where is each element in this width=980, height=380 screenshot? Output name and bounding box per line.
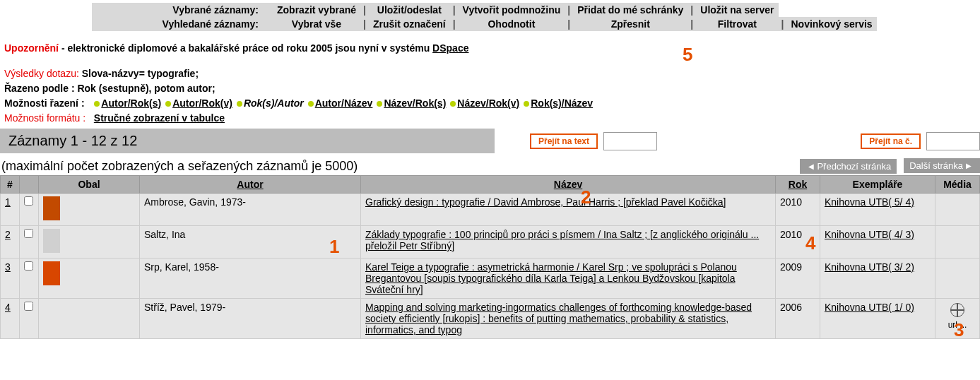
year-cell: 2009 [776, 259, 820, 299]
col-cover: Obal [39, 176, 140, 194]
row-checkbox[interactable] [24, 196, 33, 206]
holdings-link[interactable]: Knihovna UTB( 1/ 0) [825, 302, 914, 313]
results-table: # Obal Autor Název Rok Exempláře Média 1… [0, 175, 980, 339]
globe-icon[interactable] [950, 303, 964, 317]
title-link[interactable]: Základy typografie : 100 principů pro pr… [365, 229, 759, 251]
toolbar-button[interactable]: Novinkový servis [786, 17, 876, 31]
row-checkbox[interactable] [24, 302, 33, 311]
sort-option[interactable]: Název/Rok(v) [457, 97, 519, 109]
year-cell: 2006 [776, 299, 820, 339]
bullet-icon [94, 101, 100, 107]
title-link[interactable]: Karel Teige a typografie : asymetrická h… [365, 261, 737, 295]
toolbar-head: Vybrané záznamy: [92, 3, 273, 17]
toolbar-button[interactable]: Filtrovat [696, 17, 778, 31]
warning-label: Upozornění [4, 42, 59, 54]
sort-option[interactable]: Autor/Rok(v) [172, 97, 232, 109]
toolbar-button[interactable]: Uložit na server [696, 3, 778, 17]
row-index[interactable]: 4 [1, 299, 20, 339]
col-year[interactable]: Rok [776, 176, 820, 194]
table-row: 2Saltz, InaZáklady typografie : 100 prin… [1, 226, 980, 259]
max-records-note: (maximální počet zobrazených a seřazenýc… [1, 159, 358, 174]
bullet-icon [237, 101, 242, 107]
formatopts-label: Možnosti formátu : [4, 112, 85, 124]
col-title[interactable]: Název [361, 176, 776, 194]
cover-thumbnail[interactable] [43, 229, 60, 253]
cover-thumbnail[interactable] [43, 196, 60, 220]
row-index[interactable]: 2 [1, 226, 20, 259]
separator: | [687, 17, 696, 31]
toolbar-button[interactable]: Přidat do mé schránky [573, 3, 687, 17]
sort-option: Rok(s)/Autor [244, 97, 304, 109]
results-label: Výsledky dotazu: [4, 68, 79, 79]
sorted-label: Řazeno podle : [4, 83, 75, 94]
jump-to-text-input[interactable] [603, 132, 657, 150]
prev-page-button[interactable]: ◀Předchozí stránka [800, 159, 897, 174]
sort-option[interactable]: Název/Rok(s) [384, 97, 446, 109]
holdings-link[interactable]: Knihovna UTB( 4/ 3) [825, 229, 914, 240]
year-cell: 2010 [776, 194, 820, 226]
row-checkbox[interactable] [24, 261, 33, 271]
row-index[interactable]: 3 [1, 259, 20, 299]
records-count: Záznamy 1 - 12 z 12 [0, 129, 495, 153]
author-cell: Saltz, Ina [140, 226, 361, 259]
toolbar-head: Vyhledané záznamy: [92, 17, 273, 31]
author-cell: Ambrose, Gavin, 1973- [140, 194, 361, 226]
bullet-icon [165, 101, 171, 107]
chevron-left-icon: ◀ [808, 162, 814, 170]
holdings-link[interactable]: Knihovna UTB( 5/ 4) [825, 196, 914, 208]
title-link[interactable]: Mapping and solving marketing-ingormatic… [365, 302, 752, 336]
toolbar-button[interactable]: Vybrat vše [273, 17, 360, 31]
bullet-icon [377, 101, 382, 107]
query-info: Výsledky dotazu: Slova-názvy= typografie… [4, 66, 980, 126]
col-index: # [1, 176, 20, 194]
separator: | [360, 3, 369, 17]
dspace-link[interactable]: DSpace [432, 42, 468, 54]
separator: | [779, 17, 787, 31]
media-label[interactable]: url ... [948, 320, 967, 330]
bullet-icon [524, 101, 529, 107]
bullet-icon [450, 101, 456, 107]
chevron-right-icon: ▶ [966, 162, 972, 170]
year-cell: 2010 [776, 226, 820, 259]
author-cell: Srp, Karel, 1958- [140, 259, 361, 299]
separator: | [565, 17, 573, 31]
toolbar-button[interactable]: Zrušit označení [369, 17, 450, 31]
col-holdings: Exempláře [820, 176, 935, 194]
holdings-link[interactable]: Knihovna UTB( 3/ 2) [825, 261, 914, 273]
jump-to-number-button[interactable]: Přejít na č. [861, 133, 921, 149]
toolbar-button[interactable]: Zpřesnit [573, 17, 687, 31]
cover-thumbnail[interactable] [43, 261, 60, 285]
author-cell: Stříž, Pavel, 1979- [140, 299, 361, 339]
separator: | [360, 17, 369, 31]
sort-option[interactable]: Autor/Rok(s) [101, 97, 161, 109]
col-checkbox [20, 176, 39, 194]
table-row: 3Srp, Karel, 1958-Karel Teige a typograf… [1, 259, 980, 299]
format-link[interactable]: Stručné zobrazení v tabulce [94, 112, 225, 124]
toolbar-button[interactable]: Uložit/odeslat [369, 3, 450, 17]
sort-option[interactable]: Autor/Název [315, 97, 373, 109]
row-index[interactable]: 1 [1, 194, 20, 226]
separator: | [687, 3, 696, 17]
toolbar-button[interactable]: Zobrazit vybrané [273, 3, 360, 17]
separator: | [450, 17, 459, 31]
toolbar-button[interactable]: Ohodnotit [459, 17, 565, 31]
title-link[interactable]: Grafický design : typografie / David Amb… [365, 196, 726, 208]
next-page-button[interactable]: Další stránka▶ [904, 158, 980, 173]
bullet-icon [308, 101, 314, 107]
col-media: Média [935, 176, 980, 194]
warning-line: Upozornění - elektronické diplomové a ba… [4, 42, 980, 54]
sort-option[interactable]: Rok(s)/Název [531, 97, 593, 109]
separator: | [450, 3, 459, 17]
toolbar-button[interactable]: Vytvořit podmnožinu [459, 3, 565, 17]
separator: | [565, 3, 573, 17]
table-row: 4Stříž, Pavel, 1979-Mapping and solving … [1, 299, 980, 339]
row-checkbox[interactable] [24, 229, 33, 238]
toolbar: Vybrané záznamy:Zobrazit vybrané|Uložit/… [92, 3, 877, 31]
jump-to-text-button[interactable]: Přejít na text [530, 133, 598, 149]
sortopts-label: Možnosti řazení : [4, 97, 85, 109]
table-row: 1Ambrose, Gavin, 1973-Grafický design : … [1, 194, 980, 226]
col-author[interactable]: Autor [140, 176, 361, 194]
jump-to-number-input[interactable] [926, 132, 980, 150]
